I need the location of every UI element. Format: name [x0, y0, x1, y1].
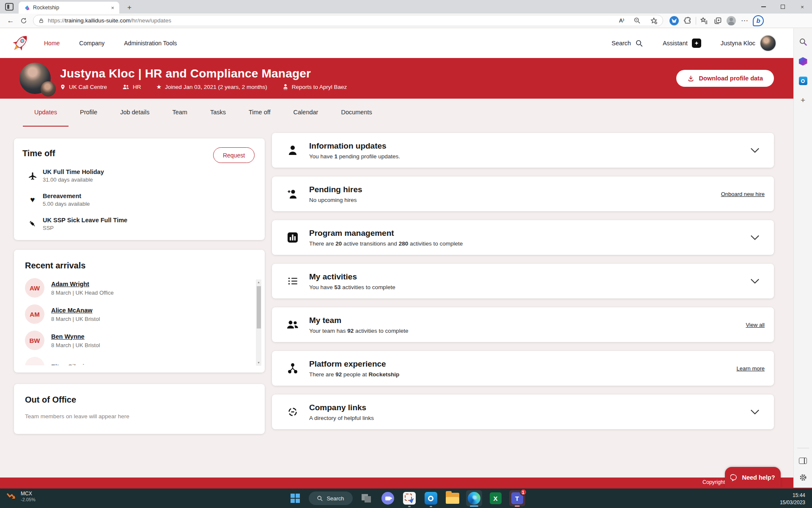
tab-documents[interactable]: Documents: [329, 99, 383, 127]
nav-home[interactable]: Home: [44, 40, 60, 47]
information-updates-card[interactable]: Information updates You have 1 pending p…: [272, 133, 774, 168]
close-window-button[interactable]: ×: [793, 0, 812, 14]
nav-administration-tools[interactable]: Administration Tools: [124, 40, 177, 47]
my-team-card[interactable]: My team Your team has 92 activities to c…: [272, 307, 774, 342]
back-button[interactable]: ←: [4, 17, 17, 25]
excel-icon[interactable]: X: [488, 490, 504, 506]
lock-icon: [38, 18, 44, 24]
profile-photo[interactable]: [19, 63, 51, 94]
start-button[interactable]: [287, 490, 303, 506]
collections-icon[interactable]: [711, 17, 724, 25]
tab-time-off[interactable]: Time off: [237, 99, 282, 127]
tab-updates[interactable]: Updates: [23, 99, 69, 127]
platform-experience-card[interactable]: Platform experience There are 92 people …: [272, 351, 774, 386]
scrollbar[interactable]: ▲ ▼: [256, 279, 261, 366]
download-profile-data-button[interactable]: Download profile data: [676, 70, 774, 87]
list-item: AM Alice McAnaw8 March | UK Bristol: [25, 304, 248, 324]
list-item: BW Ben Wynne8 March | UK Bristol: [25, 331, 248, 350]
location-pin-icon: [60, 84, 66, 90]
teams-icon[interactable]: T 1: [509, 490, 525, 506]
read-aloud-icon[interactable]: A⁾: [619, 17, 624, 24]
browser-profile-avatar[interactable]: [724, 16, 738, 25]
tab-profile[interactable]: Profile: [69, 99, 109, 127]
extensions-puzzle-icon[interactable]: [681, 17, 694, 25]
recent-arrivals-title: Recent arrivals: [25, 261, 265, 271]
sidebar-add-icon[interactable]: +: [801, 96, 805, 104]
view-all-link[interactable]: View all: [746, 322, 765, 328]
sidebar-office-icon[interactable]: [799, 57, 807, 66]
need-help-button[interactable]: Need help?: [725, 467, 781, 488]
meta-reports-to: Reports to Apryl Baez: [283, 84, 347, 90]
sidebar-panel-icon[interactable]: [799, 458, 807, 464]
add-favorite-icon[interactable]: [650, 17, 658, 25]
tab-tasks[interactable]: Tasks: [199, 99, 237, 127]
person-link[interactable]: Adam Wright: [51, 281, 89, 287]
tab-close-icon[interactable]: ×: [109, 5, 116, 11]
tab-actions-icon[interactable]: [5, 3, 14, 11]
manager-photo[interactable]: [41, 81, 56, 97]
sidebar-settings-icon[interactable]: [799, 473, 807, 482]
avatar: [25, 357, 44, 365]
task-view-button[interactable]: [358, 490, 374, 506]
chevron-down-icon[interactable]: [750, 409, 760, 415]
sidebar-search-icon[interactable]: [799, 38, 807, 46]
sidebar-divider: [797, 448, 809, 448]
my-activities-card[interactable]: My activities You have 53 activities to …: [272, 264, 774, 298]
video-app-icon[interactable]: [380, 490, 396, 506]
card-title: My activities: [309, 272, 395, 282]
tab-team[interactable]: Team: [161, 99, 198, 127]
taskbar-clock[interactable]: 15:44 15/03/2023: [780, 492, 805, 507]
header-user[interactable]: Justyna Kloc: [721, 35, 776, 52]
chevron-down-icon[interactable]: [750, 235, 760, 240]
taskbar-search[interactable]: Search: [309, 491, 353, 505]
avatar: BW: [25, 331, 44, 350]
out-of-office-card: Out of Office Team members on leave will…: [14, 384, 265, 434]
request-time-off-button[interactable]: Request: [213, 147, 255, 163]
onboard-new-hire-link[interactable]: Onboard new hire: [721, 191, 765, 197]
person-link[interactable]: Alice McAnaw: [51, 307, 93, 314]
new-tab-button[interactable]: +: [124, 3, 134, 12]
search-label: Search: [612, 40, 631, 47]
zoom-out-icon[interactable]: [634, 17, 641, 24]
scrollbar-thumb[interactable]: [257, 286, 261, 329]
edge-icon[interactable]: [466, 490, 482, 506]
company-links-card[interactable]: Company links A directory of helpful lin…: [272, 395, 774, 429]
card-title: Platform experience: [309, 359, 399, 369]
nav-company[interactable]: Company: [79, 40, 104, 47]
maximize-button[interactable]: [773, 0, 793, 14]
extension-wolf-icon[interactable]: [667, 16, 681, 25]
card-title: Company links: [309, 403, 374, 412]
learn-more-link[interactable]: Learn more: [737, 365, 765, 372]
sidebar-outlook-icon[interactable]: [799, 77, 807, 85]
header-assistant[interactable]: Assistant: [663, 39, 701, 48]
program-management-card[interactable]: Program management There are 20 active t…: [272, 220, 774, 255]
minimize-button[interactable]: [754, 0, 773, 14]
network-icon: [286, 363, 299, 374]
person-link[interactable]: Ben Wynne: [51, 333, 85, 340]
assistant-icon: [692, 39, 701, 48]
favorites-icon[interactable]: [697, 17, 711, 25]
bing-chat-icon[interactable]: b: [752, 15, 765, 26]
snipping-tool-icon[interactable]: [401, 490, 417, 506]
settings-more-icon[interactable]: …: [738, 14, 752, 27]
chevron-down-icon[interactable]: [750, 278, 760, 284]
link-icon: [286, 407, 299, 417]
scroll-down-icon[interactable]: ▼: [256, 360, 261, 366]
tab-calendar[interactable]: Calendar: [282, 99, 330, 127]
window-controls: ×: [754, 0, 812, 14]
tab-job-details[interactable]: Job details: [109, 99, 161, 127]
chevron-down-icon[interactable]: [750, 147, 760, 153]
refresh-button[interactable]: [17, 17, 30, 24]
chat-bubble-icon: [730, 474, 738, 481]
address-bar[interactable]: https://training.kallidus-suite.com/hr/n…: [33, 15, 663, 26]
file-explorer-icon[interactable]: [444, 490, 461, 506]
scroll-up-icon[interactable]: ▲: [256, 279, 261, 285]
browser-tab[interactable]: Rocketship ×: [19, 2, 119, 14]
card-subtitle: Your team has 92 activities to complete: [309, 328, 408, 334]
outlook-icon[interactable]: [423, 490, 439, 506]
plane-icon: [27, 171, 38, 180]
person-link[interactable]: Elton Silvaire: [51, 363, 90, 365]
pending-hires-card[interactable]: Pending hires No upcoming hires Onboard …: [272, 177, 774, 211]
user-name: Justyna Kloc: [721, 40, 755, 47]
header-search[interactable]: Search: [612, 39, 643, 47]
